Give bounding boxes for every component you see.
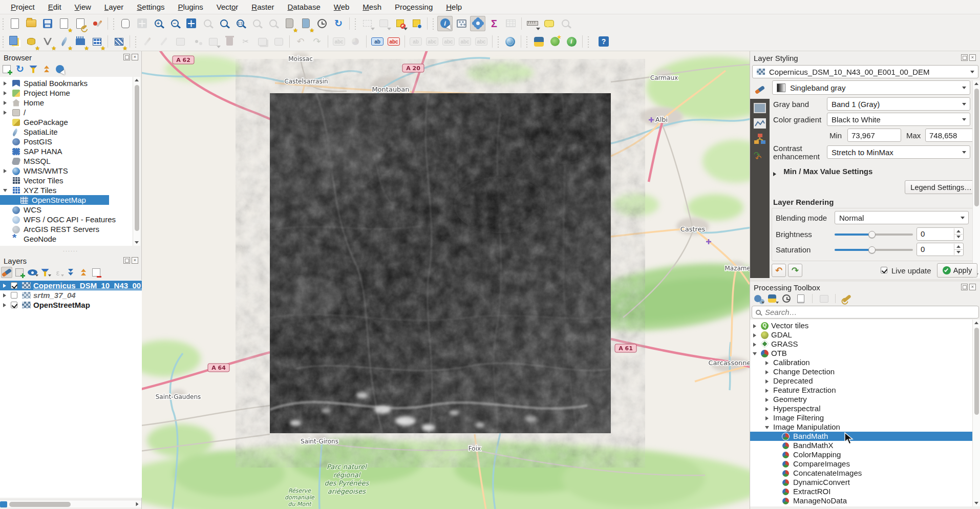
toolbar-handle[interactable] xyxy=(2,35,5,48)
browser-add-layer-icon[interactable] xyxy=(1,63,12,75)
browser-properties-icon[interactable] xyxy=(54,63,66,75)
pan-to-selection-icon[interactable] xyxy=(134,16,150,31)
deselect-features-icon[interactable] xyxy=(392,16,408,31)
rotate-label-icon[interactable]: abc xyxy=(457,34,473,49)
otb-about-icon[interactable]: i xyxy=(564,34,579,49)
zoom-to-selection-icon[interactable] xyxy=(200,16,215,31)
render-type-select[interactable]: Singleband gray xyxy=(772,80,970,95)
tab-symbology[interactable] xyxy=(750,80,770,99)
browser-item-openstreetmap[interactable]: OpenStreetMap xyxy=(0,195,109,205)
styling-close-button[interactable]: × xyxy=(969,54,976,61)
toolbar-handle[interactable] xyxy=(432,17,435,30)
browser-item-wcs[interactable]: WCS xyxy=(0,205,133,215)
new-shapefile-layer-icon[interactable]: ★ xyxy=(40,34,55,49)
toolbox-item-dynamicconvert[interactable]: DynamicConvert xyxy=(750,478,972,487)
new-print-layout-icon[interactable]: ★ xyxy=(56,16,72,31)
toolbox-item-extractroi[interactable]: ExtractROI xyxy=(750,487,972,496)
map-canvas[interactable]: Moissac Castelsarrasin Montauban Carmaux… xyxy=(142,51,750,509)
menu-processing[interactable]: Processing xyxy=(388,0,439,14)
menu-raster[interactable]: Raster xyxy=(245,0,281,14)
brightness-input[interactable]: 0 xyxy=(917,227,964,241)
save-edits-icon[interactable] xyxy=(156,34,172,49)
manage-plugins-icon[interactable] xyxy=(547,34,563,49)
vertex-tool-icon[interactable] xyxy=(189,34,204,49)
apply-button[interactable]: Apply xyxy=(937,263,977,278)
toolbox-float-button[interactable] xyxy=(961,284,968,290)
toolbox-models-icon[interactable] xyxy=(752,293,763,304)
browser-close-button[interactable]: × xyxy=(132,54,138,60)
browser-item-geonode[interactable]: *GeoNode xyxy=(0,234,133,244)
layers-close-button[interactable]: × xyxy=(132,257,138,264)
saturation-input[interactable]: 0 xyxy=(917,243,964,256)
toolbox-options-icon[interactable] xyxy=(841,293,853,304)
processing-toolbox-icon[interactable] xyxy=(470,16,485,31)
zoom-out-icon[interactable]: − xyxy=(167,16,182,31)
browser-collapse-all-icon[interactable] xyxy=(41,63,52,75)
paste-features-icon[interactable] xyxy=(271,34,286,49)
select-by-form-icon[interactable] xyxy=(376,16,391,31)
undo-icon[interactable]: ↶ xyxy=(293,34,308,49)
menu-plugins[interactable]: Plugins xyxy=(172,0,210,14)
cut-features-icon[interactable]: ✂ xyxy=(238,34,253,49)
toolbar-handle[interactable] xyxy=(497,35,500,48)
python-console-icon[interactable] xyxy=(531,34,546,49)
layout-manager-icon[interactable] xyxy=(73,16,88,31)
toolbox-search-input[interactable] xyxy=(765,308,960,316)
browser-item-wms-wmts[interactable]: WMS/WMTS xyxy=(0,166,133,176)
menu-vector[interactable]: Vector xyxy=(210,0,245,14)
zoom-next-icon[interactable] xyxy=(265,16,281,31)
attribute-table-icon[interactable] xyxy=(503,16,518,31)
zoom-last-icon[interactable] xyxy=(249,16,264,31)
toolbox-scripts-icon[interactable] xyxy=(766,293,778,304)
remove-layer-icon[interactable] xyxy=(91,267,102,278)
zoom-native-icon[interactable]: 1:1 xyxy=(232,16,248,31)
copy-features-icon[interactable] xyxy=(254,34,270,49)
toolbox-item-otb[interactable]: OTB xyxy=(750,349,972,358)
toolbox-item-managenodata[interactable]: ManageNoData xyxy=(750,496,972,505)
toolbox-item-change-detection[interactable]: Change Detection xyxy=(750,367,972,376)
menu-database[interactable]: Database xyxy=(281,0,327,14)
toolbox-item-colormapping[interactable]: ColorMapping xyxy=(750,450,972,459)
layer-row-copernicus-dem[interactable]: Copernicus_DSM_10_N43_00_E001_00_DEM xyxy=(0,281,142,290)
layers-float-button[interactable] xyxy=(123,257,130,264)
toolbox-edit-features-icon[interactable] xyxy=(818,293,829,304)
toolbox-item-compareimages[interactable]: CompareImages xyxy=(750,459,972,469)
browser-item-geopackage[interactable]: GeoPackage xyxy=(0,117,133,127)
new-virtual-layer-icon[interactable]: ★ xyxy=(89,34,104,49)
toolbox-close-button[interactable]: × xyxy=(969,284,976,290)
browser-filter-icon[interactable] xyxy=(28,63,39,75)
toolbar-handle[interactable] xyxy=(112,17,116,30)
label-toolbar-disabled-icon[interactable]: abc xyxy=(331,34,347,49)
expand-all-icon[interactable] xyxy=(65,267,76,278)
save-project-icon[interactable] xyxy=(40,16,55,31)
min-input[interactable] xyxy=(847,129,901,142)
toolbar-handle[interactable] xyxy=(134,35,138,48)
tab-histogram[interactable] xyxy=(754,118,766,129)
toolbox-item-vector-tiles[interactable]: QVector tiles xyxy=(750,321,972,330)
gray-band-select[interactable]: Band 1 (Gray) xyxy=(827,97,970,111)
toolbox-item-geometry[interactable]: Geometry xyxy=(750,395,972,404)
layer-row-openstreetmap[interactable]: OpenStreetMap xyxy=(0,300,142,310)
toolbox-item-grass[interactable]: GRASS xyxy=(750,340,972,349)
metasearch-icon[interactable] xyxy=(502,34,518,49)
layer-labeling-icon[interactable]: ab xyxy=(370,34,385,49)
menu-view[interactable]: View xyxy=(68,0,98,14)
help-icon[interactable]: ? xyxy=(596,34,611,49)
zoom-full-icon[interactable] xyxy=(183,16,199,31)
open-layer-styling-icon[interactable] xyxy=(1,267,12,278)
toolbox-item-image-manipulation[interactable]: Image Manipulation xyxy=(750,422,972,432)
toolbox-separator[interactable] xyxy=(750,279,980,282)
browser-item-project-home[interactable]: Project Home xyxy=(0,88,133,98)
new-geopackage-layer-icon[interactable]: ★ xyxy=(24,34,39,49)
tab-transparency[interactable] xyxy=(754,103,766,113)
layer-diagram-icon[interactable]: abc xyxy=(386,34,401,49)
max-input[interactable] xyxy=(925,129,976,142)
toggle-editing-icon[interactable] xyxy=(140,34,155,49)
diagram-options-disabled-icon[interactable] xyxy=(348,34,363,49)
toolbox-results-icon[interactable] xyxy=(795,293,806,304)
contrast-select[interactable]: Stretch to MinMax xyxy=(827,145,970,159)
toolbox-item-feature-extraction[interactable]: Feature Extraction xyxy=(750,386,972,395)
toolbar-handle[interactable] xyxy=(354,17,357,30)
styling-scrollbar[interactable] xyxy=(972,80,980,278)
add-group-icon[interactable] xyxy=(14,267,25,278)
